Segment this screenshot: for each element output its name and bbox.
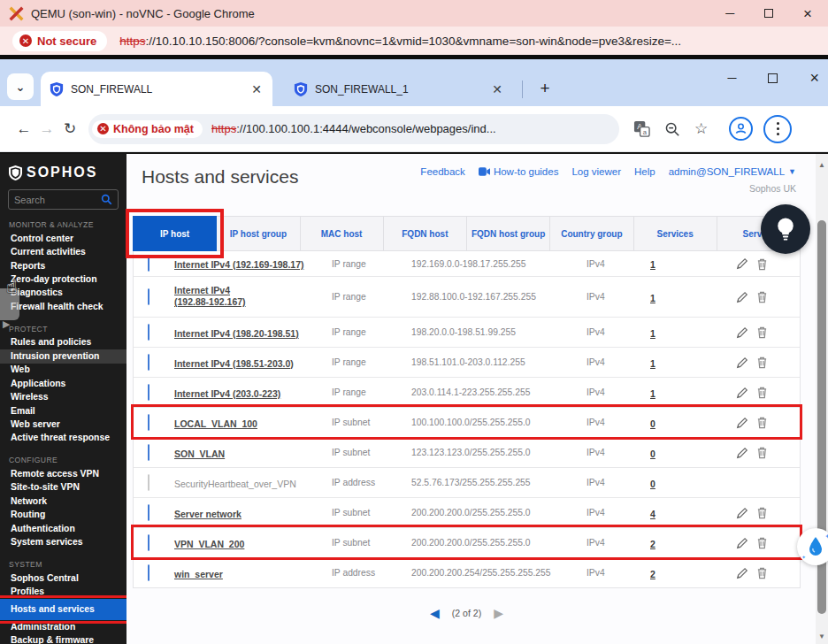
edit-pencil-icon[interactable] xyxy=(736,387,748,399)
delete-trash-icon[interactable] xyxy=(756,386,768,399)
module-tab-mac-host[interactable]: MAC host xyxy=(301,216,384,251)
host-name-link[interactable]: SecurityHeartbeat_over_VPN xyxy=(174,479,296,489)
sidebar-item-intrusion-prevention[interactable]: Intrusion prevention xyxy=(0,349,126,363)
vm-maximize-button[interactable] xyxy=(768,73,778,83)
sidebar-item-system-services[interactable]: System services xyxy=(0,536,126,549)
scroll-down-arrow[interactable]: ▼ xyxy=(816,632,828,640)
sidebar-item-site-to-site-vpn[interactable]: Site-to-site VPN xyxy=(0,481,126,494)
delete-trash-icon[interactable] xyxy=(756,290,768,303)
tab-close-icon[interactable]: ✕ xyxy=(490,82,504,96)
sidebar-item-email[interactable]: Email xyxy=(0,404,126,418)
usage-count-link[interactable]: 1 xyxy=(650,293,656,303)
page-scrollbar[interactable]: ▲ ▼ xyxy=(816,154,828,644)
sidebar-item-current-activities[interactable]: Current activities xyxy=(0,245,126,258)
sidebar-item-active-threat-response[interactable]: Active threat response xyxy=(0,432,126,445)
delete-trash-icon[interactable] xyxy=(756,257,768,271)
sidebar-item-administration[interactable]: Administration xyxy=(0,620,126,633)
edit-pencil-icon[interactable] xyxy=(736,356,748,369)
row-checkbox[interactable] xyxy=(148,354,150,371)
host-name-link[interactable]: VPN_VLAN_200 xyxy=(174,539,244,549)
vm-minimize-button[interactable]: ─ xyxy=(728,72,737,84)
help-link[interactable]: Help xyxy=(634,166,656,177)
sidebar-item-reports[interactable]: Reports xyxy=(0,259,126,272)
host-name-link[interactable]: Internet IPv4 (198.20-198.51) xyxy=(174,328,299,339)
edit-pencil-icon[interactable] xyxy=(736,291,748,303)
row-checkbox[interactable] xyxy=(148,474,150,491)
host-name-link[interactable]: SON_VLAN xyxy=(174,448,225,459)
row-checkbox[interactable] xyxy=(148,444,150,461)
sidebar-search[interactable] xyxy=(8,189,119,210)
sidebar-item-applications[interactable]: Applications xyxy=(0,377,126,390)
host-name-link[interactable]: LOCAL_VLAN_100 xyxy=(174,418,257,429)
zoom-icon[interactable] xyxy=(664,121,680,137)
outer-minimize-button[interactable]: ─ xyxy=(725,7,734,19)
delete-trash-icon[interactable] xyxy=(756,566,768,579)
delete-trash-icon[interactable] xyxy=(756,356,768,369)
host-name-link[interactable]: Internet IPv4 (203.0-223) xyxy=(174,388,280,399)
row-checkbox[interactable] xyxy=(148,504,150,521)
usage-count-link[interactable]: 1 xyxy=(650,388,656,399)
sidebar-item-hosts-and-services[interactable]: Hosts and services xyxy=(0,599,126,620)
sidebar-item-network[interactable]: Network xyxy=(0,494,126,508)
novnc-expand-arrow-icon[interactable]: ▶ xyxy=(3,318,10,330)
usage-count-link[interactable]: 2 xyxy=(650,539,656,549)
edit-pencil-icon[interactable] xyxy=(736,326,748,339)
module-tab-fqdn-host[interactable]: FQDN host xyxy=(384,216,467,251)
host-name-link[interactable]: Server network xyxy=(174,509,242,519)
outer-address-bar[interactable]: ✕ Not secure https://10.10.10.150:8006/?… xyxy=(0,27,828,55)
sidebar-item-authentication[interactable]: Authentication xyxy=(0,522,126,535)
host-name-link[interactable]: Internet IPv4 (198.51-203.0) xyxy=(174,358,294,369)
previous-page-button[interactable]: ◀ xyxy=(430,606,440,620)
usage-count-link[interactable]: 1 xyxy=(650,358,656,369)
edit-pencil-icon[interactable] xyxy=(736,417,748,429)
translate-icon[interactable]: Aa xyxy=(633,120,650,137)
edit-pencil-icon[interactable] xyxy=(736,507,748,519)
row-checkbox[interactable] xyxy=(148,255,150,272)
edit-pencil-icon[interactable] xyxy=(736,447,748,459)
delete-trash-icon[interactable] xyxy=(756,536,768,549)
tab-search-button[interactable]: ⌄ xyxy=(7,73,34,100)
row-checkbox[interactable] xyxy=(148,414,150,431)
row-checkbox[interactable] xyxy=(148,288,150,305)
next-page-button[interactable]: ▶ xyxy=(494,606,503,620)
host-name-link[interactable]: Internet IPv4 (192.88-192.167) xyxy=(174,285,266,308)
edit-pencil-icon[interactable] xyxy=(736,537,748,549)
usage-count-link[interactable]: 1 xyxy=(650,328,656,339)
vm-address-bar[interactable]: ✕ Không bảo mật https://100.100.100.1:44… xyxy=(88,114,619,144)
account-menu[interactable]: admin@SON_FIREWALL ▼ xyxy=(669,166,796,177)
module-tab-fqdn-host-group[interactable]: FQDN host group xyxy=(467,216,550,251)
row-checkbox[interactable] xyxy=(148,324,150,341)
sidebar-item-zero-day-protection[interactable]: Zero-day protection xyxy=(0,272,126,286)
delete-trash-icon[interactable] xyxy=(756,446,768,459)
usage-count-link[interactable]: 0 xyxy=(650,418,656,429)
delete-trash-icon[interactable] xyxy=(756,416,768,429)
browser-menu-icon[interactable] xyxy=(763,115,792,143)
outer-maximize-button[interactable] xyxy=(764,9,773,18)
usage-count-link[interactable]: 2 xyxy=(650,569,656,579)
delete-trash-icon[interactable] xyxy=(756,506,768,519)
outer-close-button[interactable]: × xyxy=(803,6,812,21)
sidebar-item-profiles[interactable]: Profiles xyxy=(0,586,126,599)
sidebar-item-sophos-central[interactable]: Sophos Central xyxy=(0,571,126,585)
tab-close-icon[interactable]: ✕ xyxy=(249,82,264,96)
vm-tab-son-firewall-1[interactable]: SON_FIREWALL_1 ✕ xyxy=(285,75,513,104)
sidebar-item-backup-firmware[interactable]: Backup & firmware xyxy=(0,634,126,644)
new-tab-button[interactable]: + xyxy=(533,76,557,101)
sidebar-item-routing[interactable]: Routing xyxy=(0,509,126,522)
sidebar-item-web-server[interactable]: Web server xyxy=(0,418,126,431)
module-tab-country-group[interactable]: Country group xyxy=(550,216,633,251)
outer-security-chip[interactable]: ✕ Not secure xyxy=(12,31,107,51)
vm-security-chip[interactable]: ✕ Không bảo mật xyxy=(92,120,203,138)
usage-count-link[interactable]: 4 xyxy=(650,509,656,519)
host-name-link[interactable]: win_server xyxy=(174,569,223,579)
feedback-link[interactable]: Feedback xyxy=(420,166,465,177)
delete-trash-icon[interactable] xyxy=(756,326,768,339)
sidebar-item-remote-access-vpn[interactable]: Remote access VPN xyxy=(0,467,126,480)
extension-waterdrop-button[interactable]: ✦ ✦ xyxy=(797,528,828,565)
scroll-up-arrow[interactable]: ▲ xyxy=(816,161,828,169)
module-tab-ip-host[interactable]: IP host xyxy=(133,216,217,251)
sidebar-item-wireless[interactable]: Wireless xyxy=(0,391,126,404)
log-viewer-link[interactable]: Log viewer xyxy=(571,166,621,177)
search-input[interactable] xyxy=(14,195,101,205)
host-name-link[interactable]: Internet IPv4 (192.169-198.17) xyxy=(174,259,304,270)
